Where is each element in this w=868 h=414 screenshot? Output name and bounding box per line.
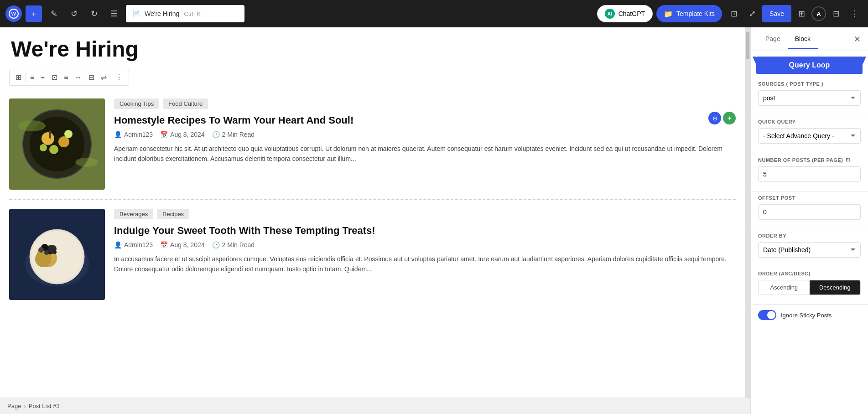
right-panel: Page Block ✕ Query Loop SOURCES ( POST T… <box>750 27 868 414</box>
panel-divider-6 <box>751 304 868 305</box>
preview-responsive-button[interactable]: ⊡ <box>726 5 742 22</box>
templatekits-icon: 📁 <box>664 10 673 18</box>
post-meta-2: 👤 Admin123 📅 Aug 8, 2024 🕐 2 Min Read <box>114 241 736 248</box>
post-item: Beverages Recipes Indulge Your Sweet Too… <box>9 199 736 309</box>
panel-divider-4 <box>751 229 868 229</box>
wp-logo[interactable]: W <box>5 5 22 22</box>
post-tag[interactable]: Cooking Tips <box>114 98 159 109</box>
post-tags-1: Cooking Tips Food Culture <box>114 98 736 109</box>
post-item: Cooking Tips Food Culture Homestyle Reci… <box>9 89 736 199</box>
post-author-2: 👤 Admin123 <box>114 241 153 248</box>
svg-point-24 <box>53 250 57 254</box>
topbar: W ＋ ✎ ↺ ↻ ☰ 📄 We're Hiring Ctrl+K AI Cha… <box>0 0 868 27</box>
user-icon: 👤 <box>114 241 122 248</box>
page-title-bar[interactable]: 📄 We're Hiring Ctrl+K <box>126 5 244 22</box>
breadcrumb-page[interactable]: Page <box>7 403 21 409</box>
order-descending-button[interactable]: Descending <box>810 280 861 295</box>
preview-external-button[interactable]: ⤢ <box>744 5 760 22</box>
post-tags-2: Beverages Recipes <box>114 209 736 219</box>
list-view-button[interactable]: ☰ <box>106 5 122 22</box>
calendar-icon: 📅 <box>160 241 168 248</box>
panel-header: Page Block ✕ <box>751 27 868 51</box>
user-icon: 👤 <box>114 131 122 138</box>
quick-query-section: QUICK QUERY - Select Advance Query - <box>751 119 868 149</box>
templatekits-label: Template Kits <box>676 10 715 17</box>
query-loop-banner: Query Loop <box>756 57 863 74</box>
redo-button[interactable]: ↻ <box>86 5 102 22</box>
post-tag[interactable]: Food Culture <box>163 98 208 109</box>
post-excerpt-1: Aperiam consectetur hic sit. At ut archi… <box>114 144 736 164</box>
post-date-2: 📅 Aug 8, 2024 <box>160 241 205 248</box>
block-inserter-toggle[interactable]: ⊞ <box>793 5 810 22</box>
quick-query-label: QUICK QUERY <box>758 119 861 124</box>
panel-divider-5 <box>751 267 868 267</box>
sources-section: SOURCES ( POST TYPE ) post page custom <box>751 81 868 111</box>
offset-input[interactable] <box>758 204 861 220</box>
more-menu-button[interactable]: ⋮ <box>846 5 863 22</box>
settings-toggle[interactable]: ⊟ <box>828 5 844 22</box>
post-title-1: Homestyle Recipes To Warm Your Heart And… <box>114 114 736 126</box>
panel-divider-2 <box>751 153 868 153</box>
order-by-select[interactable]: Date (Published) Title Random Menu Order <box>758 242 861 258</box>
num-posts-label: NUMBER OF POSTS (PER PAGE) ⊡ <box>758 157 861 163</box>
page-title-shortcut: Ctrl+K <box>184 10 200 17</box>
svg-rect-10 <box>49 130 51 139</box>
num-posts-input[interactable] <box>758 166 861 182</box>
post-date-1: 📅 Aug 8, 2024 <box>160 131 205 138</box>
order-label: ORDER (ASC/DESC) <box>758 271 861 276</box>
page-title-heading: We're Hiring <box>11 36 736 62</box>
scrollbar-thumb[interactable] <box>746 32 749 59</box>
avatar[interactable]: A <box>811 6 826 21</box>
breadcrumb-current: Post List #3 <box>29 403 60 409</box>
order-section: ORDER (ASC/DESC) Ascending Descending <box>751 271 868 300</box>
post-author-1: 👤 Admin123 <box>114 131 153 138</box>
sources-select[interactable]: post page custom <box>758 90 861 106</box>
svg-point-8 <box>40 144 47 151</box>
breadcrumb: Page › Post List #3 <box>0 398 750 414</box>
canvas-area[interactable]: We're Hiring ⊞ ≡ ⌁ ⊡ ≡ ↔ ⊟ ⇌ ⋮ ⊕ ✦ <box>0 27 745 414</box>
block-type-icon[interactable]: ⊞ <box>12 71 25 83</box>
ignore-sticky-toggle[interactable] <box>758 310 776 320</box>
post-excerpt-2: In accusamus facere et ut suscipit asper… <box>114 254 736 274</box>
num-posts-section: NUMBER OF POSTS (PER PAGE) ⊡ <box>751 157 868 187</box>
edit-tools-button[interactable]: ✎ <box>46 5 62 22</box>
sources-label: SOURCES ( POST TYPE ) <box>758 81 861 87</box>
chatgpt-button[interactable]: AI ChatGPT <box>597 5 653 22</box>
media-button[interactable]: ⊡ <box>48 71 61 83</box>
responsive-icon: ⊡ <box>846 157 850 163</box>
toolbar-divider-1 <box>26 73 26 82</box>
tab-block[interactable]: Block <box>788 30 818 49</box>
post-tag[interactable]: Recipes <box>157 209 189 219</box>
add-block-button[interactable]: ＋ <box>26 5 42 22</box>
chatgpt-icon: AI <box>605 9 615 19</box>
panel-close-button[interactable]: ✕ <box>854 34 861 44</box>
quick-query-select[interactable]: - Select Advance Query - <box>758 128 861 144</box>
post-meta-1: 👤 Admin123 📅 Aug 8, 2024 🕐 2 Min Read <box>114 131 736 138</box>
link-button[interactable]: ⌁ <box>37 71 48 83</box>
page-title-icon: 📄 <box>132 10 140 17</box>
width-button[interactable]: ↔ <box>72 72 85 83</box>
undo-button[interactable]: ↺ <box>66 5 82 22</box>
chatgpt-label: ChatGPT <box>619 10 645 17</box>
post-content-1: Cooking Tips Food Culture Homestyle Reci… <box>114 98 736 190</box>
post-content-2: Beverages Recipes Indulge Your Sweet Too… <box>114 209 736 300</box>
toolbar-divider-2 <box>111 73 111 82</box>
tab-page[interactable]: Page <box>758 30 788 49</box>
canvas-scrollbar[interactable] <box>745 27 750 414</box>
svg-point-5 <box>42 132 54 145</box>
page-title: We're Hiring <box>145 10 179 17</box>
post-tag[interactable]: Beverages <box>114 209 153 219</box>
settings-button[interactable]: ⇌ <box>98 71 110 83</box>
align-button[interactable]: ≡ <box>27 72 37 83</box>
clock-icon: 🕐 <box>212 241 220 248</box>
ignore-sticky-section: Ignore Sticky Posts <box>751 308 868 327</box>
svg-point-23 <box>44 250 49 255</box>
templatekits-button[interactable]: 📁 Template Kits <box>656 5 722 22</box>
more-options-button[interactable]: ⋮ <box>112 71 126 83</box>
svg-text:W: W <box>11 11 16 16</box>
save-button[interactable]: Save <box>762 5 791 22</box>
text-align-button[interactable]: ≡ <box>61 72 71 83</box>
ignore-sticky-label: Ignore Sticky Posts <box>781 312 832 319</box>
table-button[interactable]: ⊟ <box>85 71 98 83</box>
order-ascending-button[interactable]: Ascending <box>759 280 810 295</box>
